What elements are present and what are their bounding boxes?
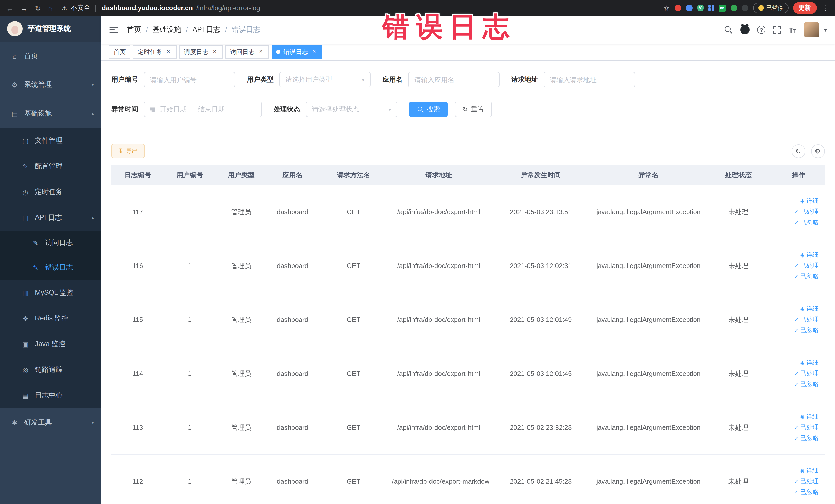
sidebar-item-log-center[interactable]: ▤日志中心 (0, 383, 101, 408)
sidebar-item-home[interactable]: ⌂首页 (0, 42, 101, 70)
breadcrumb-item-home[interactable]: 首页 (127, 25, 141, 35)
bookmark-star-icon[interactable]: ☆ (663, 4, 670, 12)
close-icon[interactable]: × (257, 48, 264, 56)
refresh-button[interactable]: ↻ (791, 144, 805, 158)
cell-exception: java.lang.IllegalArgumentException (593, 293, 704, 347)
search-icon[interactable] (725, 26, 733, 34)
sidebar-item-redis[interactable]: ❖Redis 监控 (0, 305, 101, 331)
extension-grid-icon[interactable] (708, 5, 714, 11)
extension-blue-icon[interactable] (686, 5, 692, 11)
sidebar-item-devtools[interactable]: ✱研发工具▾ (0, 408, 101, 437)
close-icon[interactable]: × (165, 48, 172, 56)
user-id-input[interactable] (144, 72, 235, 87)
search-button-wrap: 搜索 (409, 102, 448, 117)
ignore-link[interactable]: ✓已忽略 (776, 217, 819, 228)
logo[interactable]: 芋道管理系统 (0, 16, 101, 42)
font-size-icon[interactable]: TT (789, 26, 796, 34)
sidebar: 芋道管理系统 ⌂首页⚙系统管理▾▤基础设施▴▢文件管理✎配置管理◷定时任务▤AP… (0, 16, 101, 504)
github-icon[interactable] (740, 25, 750, 35)
sidebar-item-file[interactable]: ▢文件管理 (0, 128, 101, 154)
reset-button-wrap: ↻ 重置 (455, 102, 492, 117)
search-button[interactable]: 搜索 (409, 102, 448, 117)
forward-icon[interactable]: → (21, 4, 28, 12)
extension-paw-icon[interactable] (741, 5, 748, 11)
app-name-input[interactable] (408, 72, 500, 87)
cell-url: /api/infra/db-doc/export-html (389, 239, 489, 293)
request-url-input[interactable] (544, 72, 635, 87)
back-icon[interactable]: ← (6, 4, 13, 12)
cell-actions: ◉详细✓已处理✓已忽略 (773, 239, 825, 293)
detail-link[interactable]: ◉详细 (776, 196, 819, 206)
detail-link[interactable]: ◉详细 (776, 303, 819, 314)
mysql-icon: ▦ (21, 289, 30, 297)
processed-link[interactable]: ✓已处理 (776, 314, 819, 325)
update-button[interactable]: 更新 (793, 2, 816, 14)
cell-exception: java.lang.IllegalArgumentException (593, 185, 704, 239)
close-icon[interactable]: × (211, 48, 218, 56)
ignore-link[interactable]: ✓已忽略 (776, 325, 819, 336)
table-row: 1121管理员dashboardGET/api/infra/db-doc/exp… (111, 455, 825, 504)
kebab-menu-icon[interactable]: ⋮ (822, 4, 829, 12)
help-icon[interactable]: ? (757, 26, 766, 34)
detail-link[interactable]: ◉详细 (776, 357, 819, 368)
sidebar-item-java[interactable]: ▣Java 监控 (0, 331, 101, 357)
chevron-down-icon[interactable]: ▾ (824, 27, 827, 33)
avatar[interactable] (804, 22, 820, 38)
processed-link[interactable]: ✓已处理 (776, 422, 819, 433)
ignore-link[interactable]: ✓已忽略 (776, 433, 819, 444)
cell-app-name: dashboard (267, 347, 318, 401)
process-status-select[interactable]: 请选择处理状态 ▾ (306, 102, 398, 117)
filter-label: 请求地址 (511, 75, 538, 84)
breadcrumb-separator: / (186, 26, 188, 34)
fullscreen-icon[interactable] (773, 26, 781, 34)
detail-link[interactable]: ◉详细 (776, 465, 819, 476)
sidebar-item-mysql[interactable]: ▦MySQL 监控 (0, 280, 101, 305)
breadcrumb-item-infra[interactable]: 基础设施 (152, 25, 181, 35)
ignore-link[interactable]: ✓已忽略 (776, 271, 819, 282)
filter-process-status: 处理状态 请选择处理状态 ▾ (273, 102, 398, 117)
detail-link[interactable]: ◉详细 (776, 249, 819, 260)
extension-leaf-icon[interactable] (730, 5, 737, 11)
processed-link[interactable]: ✓已处理 (776, 368, 819, 379)
sidebar-item-error-log[interactable]: ✎错误日志 (0, 255, 101, 280)
user-type-select[interactable]: 请选择用户类型 ▾ (279, 72, 371, 87)
tampermonkey-paused-badge[interactable]: 已暂停 (753, 3, 788, 13)
column-header: 用户编号 (164, 165, 216, 185)
sidebar-item-trace[interactable]: ◎链路追踪 (0, 357, 101, 383)
tab-job[interactable]: 定时任务× (133, 45, 177, 59)
processed-link[interactable]: ✓已处理 (776, 260, 819, 271)
processed-link[interactable]: ✓已处理 (776, 206, 819, 217)
address-bar[interactable]: ⚠ 不安全 dashboard.yudao.iocoder.cn/infra/l… (62, 4, 663, 12)
sidebar-item-api-log[interactable]: ▤API 日志▴ (0, 205, 101, 230)
processed-link[interactable]: ✓已处理 (776, 476, 819, 487)
tab-job-log[interactable]: 调度日志× (179, 45, 223, 59)
search-button-label: 搜索 (427, 105, 440, 114)
breadcrumb-item-api-log[interactable]: API 日志 (192, 25, 221, 35)
column-header: 处理状态 (704, 165, 773, 185)
sidebar-item-config[interactable]: ✎配置管理 (0, 154, 101, 179)
vue-devtools-icon[interactable]: V (697, 5, 704, 11)
sidebar-item-infra[interactable]: ▤基础设施▴ (0, 99, 101, 128)
hamburger-icon[interactable] (109, 26, 118, 33)
export-button[interactable]: ↧ 导出 (111, 144, 145, 158)
reset-button[interactable]: ↻ 重置 (455, 102, 492, 117)
ignore-link[interactable]: ✓已忽略 (776, 487, 819, 498)
tab-access-log[interactable]: 访问日志× (225, 45, 269, 59)
sidebar-item-access-log[interactable]: ✎访问日志 (0, 230, 101, 255)
detail-link[interactable]: ◉详细 (776, 411, 819, 422)
reload-icon[interactable]: ↻ (35, 4, 41, 12)
tab-error-log[interactable]: 错误日志× (271, 45, 322, 59)
extension-on-icon[interactable]: on (718, 4, 726, 12)
content: 首页 / 基础设施 / API 日志 / 错误日志 ? TT (101, 16, 835, 504)
paused-label: 已暂停 (766, 4, 783, 12)
settings-button[interactable]: ⚙ (811, 144, 825, 158)
cell-exception: java.lang.IllegalArgumentException (593, 239, 704, 293)
close-icon[interactable]: × (311, 48, 318, 56)
date-range-picker[interactable]: ▦ 开始日期 - 结束日期 (144, 102, 262, 117)
ignore-link[interactable]: ✓已忽略 (776, 379, 819, 390)
home-icon[interactable]: ⌂ (48, 4, 53, 12)
extension-red-icon[interactable] (674, 5, 681, 11)
sidebar-item-system[interactable]: ⚙系统管理▾ (0, 70, 101, 99)
tab-home[interactable]: 首页 (109, 45, 130, 59)
sidebar-item-job[interactable]: ◷定时任务 (0, 179, 101, 205)
